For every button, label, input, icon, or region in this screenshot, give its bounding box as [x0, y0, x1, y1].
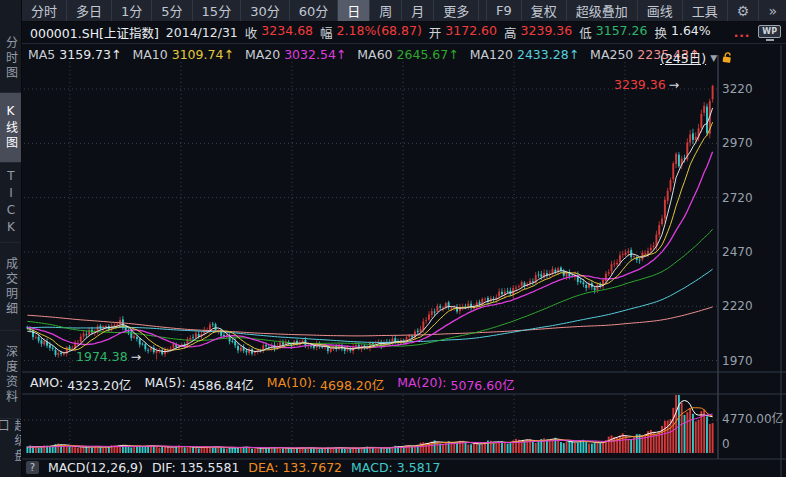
dea-label: DEA:: [248, 460, 278, 475]
price-tick-3220: 3220: [722, 82, 753, 96]
amo-ma10-label: MA(10):: [267, 375, 316, 394]
quote-field-change-value: 2.18%(68.87): [337, 23, 422, 42]
period-tab-1min[interactable]: 1分: [112, 0, 152, 21]
amo-ma5-label: MA(5):: [144, 375, 185, 394]
chevrons-right-icon[interactable]: »: [758, 0, 786, 21]
symbol-name: 000001.SH[上证指数]: [30, 23, 159, 42]
volume-axis-max: 4770.00亿: [722, 412, 784, 426]
ma5-label: MA5: [28, 47, 55, 62]
amo-indicator-row: AMO:4323.20亿MA(5):4586.84亿MA(10):4698.20…: [30, 375, 515, 394]
arrow-right-icon: →: [131, 349, 139, 364]
super-overlay-button[interactable]: 超级叠加: [566, 0, 637, 21]
period-tab-5min[interactable]: 5分: [152, 0, 192, 21]
sidebar-item-kline-chart[interactable]: K线图: [0, 93, 22, 163]
sidebar-item-trade-details[interactable]: 成交明细: [0, 243, 22, 331]
f9-button[interactable]: F9: [486, 0, 521, 21]
period-tab-more-periods[interactable]: 更多: [434, 0, 479, 21]
quote-field-high: 高3239.36: [504, 23, 572, 42]
ma5-value: 3159.73↑: [59, 47, 121, 62]
dif-value: 135.5581: [180, 460, 240, 475]
quote-field-close-value: 3234.68: [261, 23, 313, 42]
macd-item-dif: DIF:135.5581: [152, 460, 239, 475]
macd-label: MACD:: [351, 460, 393, 475]
sidebar-item-tick[interactable]: TICK: [0, 163, 22, 243]
macd-indicator-row: ? MACD(12,26,9) DIF:135.5581DEA:133.7672…: [26, 459, 441, 476]
ma60-label: MA60: [357, 47, 392, 62]
price-tick-2220: 2220: [722, 299, 753, 313]
macd-title: MACD(12,26,9): [48, 460, 143, 475]
sidebar-item-intraday-chart[interactable]: 分时图: [0, 25, 22, 93]
price-tick-1970: 1970: [722, 354, 753, 368]
fuquan-adjust-button[interactable]: 复权: [521, 0, 566, 21]
amo-ma20-label: MA(20):: [397, 375, 446, 394]
year-low-label: 1974.38 →: [76, 349, 139, 364]
wp-monitor-icon[interactable]: WP: [758, 25, 781, 41]
period-tab-60min[interactable]: 60分: [290, 0, 339, 21]
gear-icon[interactable]: ⚙: [727, 0, 759, 21]
amo-ma5-value: 4586.84亿: [190, 375, 254, 394]
quote-date: 2014/12/31: [166, 25, 238, 40]
left-sidebar: 分时图K线图TICK成交明细深度资料超级盘口: [0, 0, 22, 477]
period-tab-30min[interactable]: 30分: [241, 0, 290, 21]
quote-field-change-label: 幅: [320, 23, 333, 42]
sidebar-item-super-level2[interactable]: 超级盘口: [0, 419, 22, 477]
stock-app-window: 分时图K线图TICK成交明细深度资料超级盘口 分时多日1分5分15分30分60分…: [0, 0, 786, 477]
ma20-label: MA20: [245, 47, 280, 62]
price-tick-2970: 2970: [722, 136, 753, 150]
ma20-value: 3032.54↑: [284, 47, 346, 62]
kline-chart-canvas[interactable]: [22, 45, 786, 477]
quote-field-change: 幅2.18%(68.87): [320, 23, 422, 42]
ma-indicator-row: MA53159.73↑MA103109.74↑MA203032.54↑MA602…: [28, 47, 699, 62]
period-tab-minute-chart[interactable]: 分时: [22, 0, 67, 21]
quote-field-high-value: 3239.36: [521, 23, 573, 42]
ma-item-ma10: MA103109.74↑: [132, 47, 233, 62]
quote-field-open: 开3172.60: [429, 23, 497, 42]
amo-value: 4323.20亿: [67, 375, 131, 394]
quote-field-turnover-label: 换: [654, 23, 667, 42]
period-tab-daily[interactable]: 日: [338, 0, 370, 21]
unlock-icon[interactable]: [720, 50, 735, 65]
price-tick-2720: 2720: [722, 191, 753, 205]
quote-field-open-value: 3172.60: [445, 23, 497, 42]
quote-info-bar: 000001.SH[上证指数] 2014/12/31 收3234.68幅2.18…: [22, 22, 786, 44]
volume-axis-zero: 0: [722, 437, 730, 451]
ma10-value: 3109.74↑: [172, 47, 234, 62]
amo-ma20-value: 5076.60亿: [450, 375, 514, 394]
amo-item-amo-ma10: MA(10):4698.20亿: [267, 375, 384, 394]
draw-line-button[interactable]: 画线: [637, 0, 682, 21]
ma-item-ma5: MA53159.73↑: [28, 47, 121, 62]
ma120-label: MA120: [470, 47, 513, 62]
info-right-group: ... WP: [734, 25, 786, 41]
tools-button[interactable]: 工具: [682, 0, 727, 21]
price-tick-2470: 2470: [722, 245, 753, 259]
quote-field-low-label: 低: [579, 23, 592, 42]
ma120-value: 2433.28↑: [517, 47, 579, 62]
quote-field-low-value: 3157.26: [596, 23, 648, 42]
more-options-icon[interactable]: ...: [734, 28, 751, 38]
period-tab-15min[interactable]: 15分: [193, 0, 242, 21]
sidebar-item-depth-info[interactable]: 深度资料: [0, 331, 22, 419]
ma250-label: MA250: [590, 47, 633, 62]
macd-item-dea: DEA:133.7672: [248, 460, 342, 475]
ma-item-ma20: MA203032.54↑: [245, 47, 346, 62]
chevron-down-icon: ▼: [710, 53, 717, 63]
arrow-right-icon: →: [669, 77, 677, 92]
quote-field-close-label: 收: [245, 23, 258, 42]
ma-period-selector[interactable]: (245日) ▼: [660, 48, 734, 67]
macd-values: DIF:135.5581DEA:133.7672MACD:3.5817: [152, 460, 441, 475]
quote-field-low: 低3157.26: [579, 23, 647, 42]
ma-item-ma60: MA602645.67↑: [357, 47, 458, 62]
period-tab-multi-day[interactable]: 多日: [67, 0, 112, 21]
period-tabs: 分时多日1分5分15分30分60分日周月更多: [22, 0, 479, 21]
macd-item-macd: MACD:3.5817: [351, 460, 440, 475]
period-tab-monthly[interactable]: 月: [402, 0, 434, 21]
period-tab-weekly[interactable]: 周: [370, 0, 402, 21]
period-label: (245日): [660, 48, 706, 67]
quote-field-turnover: 换1.64%: [654, 23, 710, 42]
amo-item-amo-ma20: MA(20):5076.60亿: [397, 375, 514, 394]
quote-field-close: 收3234.68: [245, 23, 313, 42]
help-icon[interactable]: ?: [26, 461, 39, 474]
amo-ma10-value: 4698.20亿: [320, 375, 384, 394]
amo-item-amo: AMO:4323.20亿: [30, 375, 131, 394]
quote-fields: 收3234.68幅2.18%(68.87)开3172.60高3239.36低31…: [245, 23, 711, 42]
